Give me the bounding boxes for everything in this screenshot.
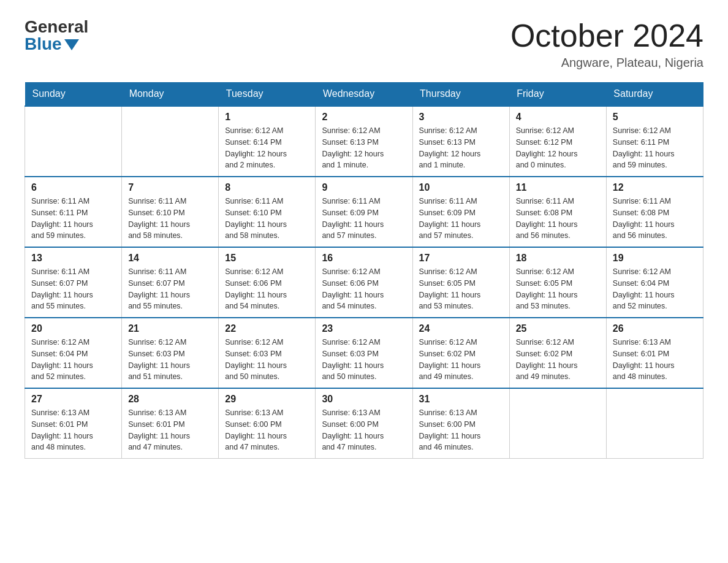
calendar-cell: 29Sunrise: 6:13 AM Sunset: 6:00 PM Dayli… xyxy=(219,388,316,459)
day-info: Sunrise: 6:12 AM Sunset: 6:03 PM Dayligh… xyxy=(225,337,309,383)
calendar-cell: 12Sunrise: 6:11 AM Sunset: 6:08 PM Dayli… xyxy=(606,177,703,247)
calendar-cell: 23Sunrise: 6:12 AM Sunset: 6:03 PM Dayli… xyxy=(316,318,412,388)
calendar-cell: 13Sunrise: 6:11 AM Sunset: 6:07 PM Dayli… xyxy=(25,247,122,318)
calendar-cell: 26Sunrise: 6:13 AM Sunset: 6:01 PM Dayli… xyxy=(606,318,703,388)
day-number: 6 xyxy=(31,182,115,193)
day-number: 31 xyxy=(419,394,503,405)
day-number: 5 xyxy=(613,112,697,123)
day-number: 11 xyxy=(516,182,600,193)
calendar-week-row: 1Sunrise: 6:12 AM Sunset: 6:14 PM Daylig… xyxy=(25,106,703,177)
day-info: Sunrise: 6:13 AM Sunset: 6:01 PM Dayligh… xyxy=(613,337,697,383)
calendar-cell: 18Sunrise: 6:12 AM Sunset: 6:05 PM Dayli… xyxy=(509,247,606,318)
day-info: Sunrise: 6:11 AM Sunset: 6:09 PM Dayligh… xyxy=(419,196,503,242)
day-number: 27 xyxy=(31,394,115,405)
day-number: 20 xyxy=(31,323,115,334)
calendar-cell: 3Sunrise: 6:12 AM Sunset: 6:13 PM Daylig… xyxy=(412,106,509,177)
weekday-header-wednesday: Wednesday xyxy=(316,82,412,106)
calendar-cell: 5Sunrise: 6:12 AM Sunset: 6:11 PM Daylig… xyxy=(606,106,703,177)
day-info: Sunrise: 6:11 AM Sunset: 6:08 PM Dayligh… xyxy=(516,196,600,242)
calendar-cell: 4Sunrise: 6:12 AM Sunset: 6:12 PM Daylig… xyxy=(509,106,606,177)
day-info: Sunrise: 6:12 AM Sunset: 6:13 PM Dayligh… xyxy=(419,125,503,171)
day-info: Sunrise: 6:11 AM Sunset: 6:10 PM Dayligh… xyxy=(128,196,212,242)
calendar-cell: 21Sunrise: 6:12 AM Sunset: 6:03 PM Dayli… xyxy=(122,318,219,388)
day-number: 3 xyxy=(419,112,503,123)
calendar-cell: 14Sunrise: 6:11 AM Sunset: 6:07 PM Dayli… xyxy=(122,247,219,318)
day-info: Sunrise: 6:12 AM Sunset: 6:02 PM Dayligh… xyxy=(419,337,503,383)
day-info: Sunrise: 6:11 AM Sunset: 6:07 PM Dayligh… xyxy=(31,266,115,312)
day-info: Sunrise: 6:12 AM Sunset: 6:06 PM Dayligh… xyxy=(225,266,309,312)
title-section: October 2024 Angware, Plateau, Nigeria xyxy=(510,18,703,70)
calendar-cell xyxy=(509,388,606,459)
calendar-cell xyxy=(122,106,219,177)
logo-general-text: General xyxy=(25,18,88,36)
day-number: 7 xyxy=(128,182,212,193)
day-number: 30 xyxy=(322,394,406,405)
weekday-header-tuesday: Tuesday xyxy=(219,82,316,106)
day-number: 14 xyxy=(128,253,212,264)
day-number: 1 xyxy=(225,112,309,123)
calendar-cell: 8Sunrise: 6:11 AM Sunset: 6:10 PM Daylig… xyxy=(219,177,316,247)
day-number: 26 xyxy=(613,323,697,334)
calendar-cell: 7Sunrise: 6:11 AM Sunset: 6:10 PM Daylig… xyxy=(122,177,219,247)
day-info: Sunrise: 6:12 AM Sunset: 6:04 PM Dayligh… xyxy=(613,266,697,312)
calendar-cell: 15Sunrise: 6:12 AM Sunset: 6:06 PM Dayli… xyxy=(219,247,316,318)
calendar-cell: 9Sunrise: 6:11 AM Sunset: 6:09 PM Daylig… xyxy=(316,177,412,247)
day-info: Sunrise: 6:11 AM Sunset: 6:09 PM Dayligh… xyxy=(322,196,406,242)
calendar-header-row: SundayMondayTuesdayWednesdayThursdayFrid… xyxy=(25,82,703,106)
calendar-cell: 31Sunrise: 6:13 AM Sunset: 6:00 PM Dayli… xyxy=(412,388,509,459)
day-info: Sunrise: 6:12 AM Sunset: 6:13 PM Dayligh… xyxy=(322,125,406,171)
day-number: 9 xyxy=(322,182,406,193)
calendar-table: SundayMondayTuesdayWednesdayThursdayFrid… xyxy=(25,82,703,459)
calendar-cell xyxy=(606,388,703,459)
logo-triangle-icon xyxy=(64,39,79,50)
day-number: 23 xyxy=(322,323,406,334)
calendar-cell: 28Sunrise: 6:13 AM Sunset: 6:01 PM Dayli… xyxy=(122,388,219,459)
day-info: Sunrise: 6:12 AM Sunset: 6:12 PM Dayligh… xyxy=(516,125,600,171)
calendar-cell: 24Sunrise: 6:12 AM Sunset: 6:02 PM Dayli… xyxy=(412,318,509,388)
day-number: 24 xyxy=(419,323,503,334)
day-number: 10 xyxy=(419,182,503,193)
month-title: October 2024 xyxy=(510,18,703,53)
day-info: Sunrise: 6:12 AM Sunset: 6:05 PM Dayligh… xyxy=(516,266,600,312)
weekday-header-monday: Monday xyxy=(122,82,219,106)
day-info: Sunrise: 6:13 AM Sunset: 6:00 PM Dayligh… xyxy=(225,407,309,453)
day-number: 8 xyxy=(225,182,309,193)
calendar-cell: 30Sunrise: 6:13 AM Sunset: 6:00 PM Dayli… xyxy=(316,388,412,459)
day-number: 2 xyxy=(322,112,406,123)
day-info: Sunrise: 6:11 AM Sunset: 6:11 PM Dayligh… xyxy=(31,196,115,242)
calendar-cell: 2Sunrise: 6:12 AM Sunset: 6:13 PM Daylig… xyxy=(316,106,412,177)
day-info: Sunrise: 6:12 AM Sunset: 6:05 PM Dayligh… xyxy=(419,266,503,312)
day-info: Sunrise: 6:13 AM Sunset: 6:00 PM Dayligh… xyxy=(419,407,503,453)
day-info: Sunrise: 6:12 AM Sunset: 6:14 PM Dayligh… xyxy=(225,125,309,171)
calendar-week-row: 27Sunrise: 6:13 AM Sunset: 6:01 PM Dayli… xyxy=(25,388,703,459)
day-number: 22 xyxy=(225,323,309,334)
calendar-cell: 20Sunrise: 6:12 AM Sunset: 6:04 PM Dayli… xyxy=(25,318,122,388)
location-subtitle: Angware, Plateau, Nigeria xyxy=(510,56,703,70)
day-number: 12 xyxy=(613,182,697,193)
day-info: Sunrise: 6:12 AM Sunset: 6:03 PM Dayligh… xyxy=(322,337,406,383)
calendar-cell: 22Sunrise: 6:12 AM Sunset: 6:03 PM Dayli… xyxy=(219,318,316,388)
day-info: Sunrise: 6:11 AM Sunset: 6:08 PM Dayligh… xyxy=(613,196,697,242)
day-info: Sunrise: 6:13 AM Sunset: 6:01 PM Dayligh… xyxy=(128,407,212,453)
calendar-cell: 19Sunrise: 6:12 AM Sunset: 6:04 PM Dayli… xyxy=(606,247,703,318)
logo-blue-text: Blue xyxy=(25,36,62,53)
day-number: 21 xyxy=(128,323,212,334)
calendar-cell: 1Sunrise: 6:12 AM Sunset: 6:14 PM Daylig… xyxy=(219,106,316,177)
day-number: 4 xyxy=(516,112,600,123)
day-number: 13 xyxy=(31,253,115,264)
day-number: 17 xyxy=(419,253,503,264)
day-info: Sunrise: 6:11 AM Sunset: 6:07 PM Dayligh… xyxy=(128,266,212,312)
calendar-cell: 10Sunrise: 6:11 AM Sunset: 6:09 PM Dayli… xyxy=(412,177,509,247)
day-info: Sunrise: 6:13 AM Sunset: 6:01 PM Dayligh… xyxy=(31,407,115,453)
weekday-header-friday: Friday xyxy=(509,82,606,106)
weekday-header-thursday: Thursday xyxy=(412,82,509,106)
day-number: 18 xyxy=(516,253,600,264)
day-number: 28 xyxy=(128,394,212,405)
day-info: Sunrise: 6:12 AM Sunset: 6:03 PM Dayligh… xyxy=(128,337,212,383)
weekday-header-saturday: Saturday xyxy=(606,82,703,106)
day-info: Sunrise: 6:11 AM Sunset: 6:10 PM Dayligh… xyxy=(225,196,309,242)
calendar-cell: 17Sunrise: 6:12 AM Sunset: 6:05 PM Dayli… xyxy=(412,247,509,318)
logo: General Blue xyxy=(25,18,88,53)
day-info: Sunrise: 6:12 AM Sunset: 6:02 PM Dayligh… xyxy=(516,337,600,383)
day-info: Sunrise: 6:13 AM Sunset: 6:00 PM Dayligh… xyxy=(322,407,406,453)
